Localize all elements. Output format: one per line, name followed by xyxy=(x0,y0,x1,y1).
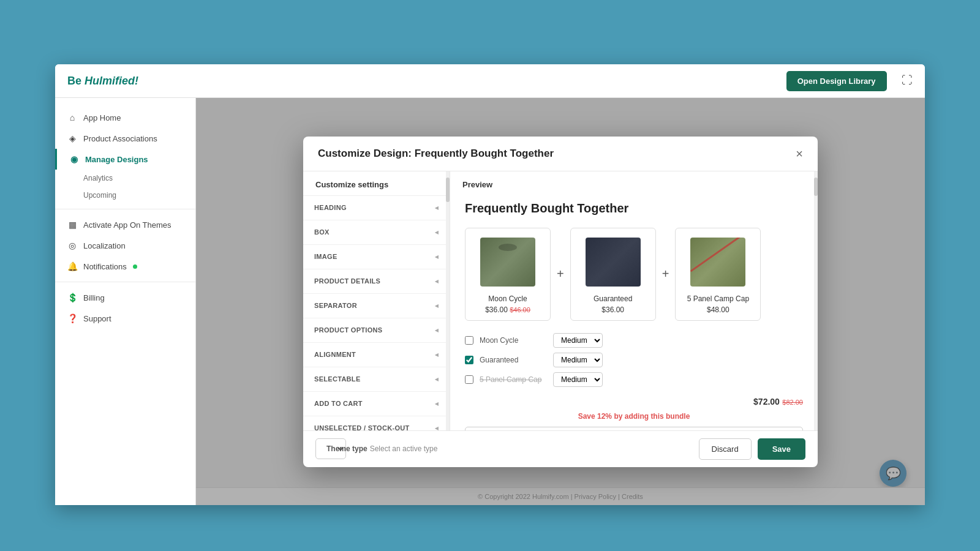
setting-box[interactable]: BOX ◂ xyxy=(303,220,450,245)
discard-button[interactable]: Discard xyxy=(699,438,752,460)
guaranteed-size-select[interactable]: Medium Small Large xyxy=(553,353,603,367)
sidebar-item-label: App Home xyxy=(83,113,121,122)
preview-title: Preview xyxy=(450,171,818,195)
fullscreen-icon[interactable]: ⛶ xyxy=(902,74,913,86)
settings-scrollbar[interactable] xyxy=(446,171,450,430)
add-to-cart-button[interactable]: Add items to cart xyxy=(465,427,803,430)
product-price: $36.00 xyxy=(577,305,649,314)
sidebar-sub-item-analytics[interactable]: Analytics xyxy=(55,170,195,187)
fbt-option-camp-cap: 5 Panel Camp Cap Medium Small Large xyxy=(465,372,803,387)
setting-separator[interactable]: SEPARATOR ◂ xyxy=(303,294,450,318)
designs-icon: ◉ xyxy=(69,154,79,164)
sidebar-divider xyxy=(55,209,195,209)
sidebar-item-localization[interactable]: ◎ Localization xyxy=(55,235,195,256)
guaranteed-checkbox[interactable] xyxy=(465,356,473,364)
chevron-left-icon: ◂ xyxy=(435,375,439,383)
chevron-left-icon: ◂ xyxy=(435,326,439,334)
moon-cycle-checkbox[interactable] xyxy=(465,336,473,345)
sidebar-item-label: Localization xyxy=(83,241,126,250)
sidebar-item-activate-app[interactable]: ▦ Activate App On Themes xyxy=(55,214,195,235)
moon-cycle-size-select[interactable]: Medium Small Large xyxy=(553,333,603,348)
notification-dot xyxy=(133,264,137,269)
sidebar-item-product-associations[interactable]: ◈ Product Associations xyxy=(55,128,195,149)
setting-add-to-cart[interactable]: ADD TO CART ◂ xyxy=(303,392,450,416)
tshirt-image xyxy=(480,238,535,287)
sidebar-item-support[interactable]: ❓ Support xyxy=(55,308,195,329)
camp-cap-checkbox[interactable] xyxy=(465,375,473,384)
modal-body: Customize settings HEADING ◂ BOX ◂ xyxy=(303,171,818,430)
product-image-camp-cap xyxy=(687,234,748,290)
bell-icon: 🔔 xyxy=(67,261,77,271)
main-content: Customize Design: Frequently Bought Toge… xyxy=(196,98,925,505)
setting-label: PRODUCT DETAILS xyxy=(314,277,380,285)
chevron-left-icon: ◂ xyxy=(435,228,439,236)
product-image-guaranteed xyxy=(582,234,644,290)
theme-type-select[interactable] xyxy=(315,438,346,459)
sidebar-item-billing[interactable]: 💲 Billing xyxy=(55,287,195,308)
sidebar-divider-2 xyxy=(55,282,195,282)
activate-icon: ▦ xyxy=(67,220,77,230)
preview-scrollbar-thumb xyxy=(814,178,818,196)
setting-label: SELECTABLE xyxy=(314,375,361,383)
modal-title: Customize Design: Frequently Bought Toge… xyxy=(318,148,796,160)
setting-product-options[interactable]: PRODUCT OPTIONS ◂ xyxy=(303,318,450,343)
chevron-left-icon: ◂ xyxy=(435,253,439,261)
fbt-option-guaranteed: Guaranteed Medium Small Large xyxy=(465,353,803,367)
sidebar-item-label: Product Associations xyxy=(83,134,157,143)
option-label: Moon Cycle xyxy=(480,336,547,345)
setting-heading[interactable]: HEADING ◂ xyxy=(303,196,450,220)
product-old-price: $46.00 xyxy=(510,306,530,313)
fbt-options: Moon Cycle Medium Small Large G xyxy=(465,333,803,387)
setting-label: ADD TO CART xyxy=(314,400,363,407)
app-frame: Be Hulmified! Open Design Library ⛶ ⌂ Ap… xyxy=(55,64,925,505)
product-name: Moon Cycle xyxy=(472,294,544,303)
fbt-option-moon-cycle: Moon Cycle Medium Small Large xyxy=(465,333,803,348)
dark-tshirt-image xyxy=(586,238,641,287)
camp-cap-size-select[interactable]: Medium Small Large xyxy=(553,372,603,387)
setting-label: HEADING xyxy=(314,204,347,211)
setting-unselected-stock-out[interactable]: UNSELECTED / STOCK-OUT ◂ xyxy=(303,416,450,430)
setting-alignment[interactable]: ALIGNMENT ◂ xyxy=(303,343,450,367)
billing-icon: 💲 xyxy=(67,293,77,302)
sidebar-item-label: Billing xyxy=(83,293,105,302)
analytics-label: Analytics xyxy=(83,174,113,182)
sidebar-sub-item-upcoming[interactable]: Upcoming xyxy=(55,187,195,204)
modal-footer: Theme typeSelect an active type Discard … xyxy=(303,430,818,467)
chevron-left-icon: ◂ xyxy=(435,424,439,430)
sidebar-item-label: Notifications xyxy=(83,262,127,271)
setting-selectable[interactable]: SELECTABLE ◂ xyxy=(303,367,450,392)
open-design-library-button[interactable]: Open Design Library xyxy=(786,71,887,91)
plus-icon-2: + xyxy=(662,267,669,281)
setting-label: UNSELECTED / STOCK-OUT xyxy=(314,424,410,430)
app-body: ⌂ App Home ◈ Product Associations ◉ Mana… xyxy=(55,98,925,505)
footer-actions: Discard Save xyxy=(699,438,805,460)
sidebar-item-manage-designs[interactable]: ◉ Manage Designs xyxy=(55,149,195,170)
fbt-widget-heading: Frequently Bought Together xyxy=(465,201,803,216)
settings-list: HEADING ◂ BOX ◂ IMAGE ◂ xyxy=(303,195,450,430)
settings-panel: Customize settings HEADING ◂ BOX ◂ xyxy=(303,171,450,430)
save-bundle-text: Save 12% by adding this bundle xyxy=(465,412,803,421)
chevron-left-icon: ◂ xyxy=(435,204,439,212)
upcoming-label: Upcoming xyxy=(83,191,116,200)
modal-header: Customize Design: Frequently Bought Toge… xyxy=(303,137,818,171)
product-name: Guaranteed xyxy=(577,294,649,303)
setting-image[interactable]: IMAGE ◂ xyxy=(303,245,450,269)
setting-product-details[interactable]: PRODUCT DETAILS ◂ xyxy=(303,269,450,294)
setting-label: IMAGE xyxy=(314,253,337,260)
home-icon: ⌂ xyxy=(67,113,77,122)
customize-design-modal: Customize Design: Frequently Bought Toge… xyxy=(303,137,818,467)
setting-label: SEPARATOR xyxy=(314,302,357,309)
settings-scrollbar-thumb xyxy=(446,178,450,202)
product-price: $36.00 $46.00 xyxy=(472,305,544,314)
option-label: Guaranteed xyxy=(480,356,547,364)
preview-scrollbar[interactable] xyxy=(814,171,818,430)
preview-content: Frequently Bought Together Moon Cycle xyxy=(450,195,818,430)
setting-label: ALIGNMENT xyxy=(314,351,356,358)
product-image-moon-cycle xyxy=(477,234,538,290)
save-button[interactable]: Save xyxy=(758,438,805,460)
sidebar-item-app-home[interactable]: ⌂ App Home xyxy=(55,107,195,128)
modal-close-button[interactable]: × xyxy=(796,148,803,160)
app-logo: Be Hulmified! xyxy=(67,75,138,88)
sidebar-item-notifications[interactable]: 🔔 Notifications xyxy=(55,256,195,277)
total-price: $72.00 xyxy=(753,397,780,407)
